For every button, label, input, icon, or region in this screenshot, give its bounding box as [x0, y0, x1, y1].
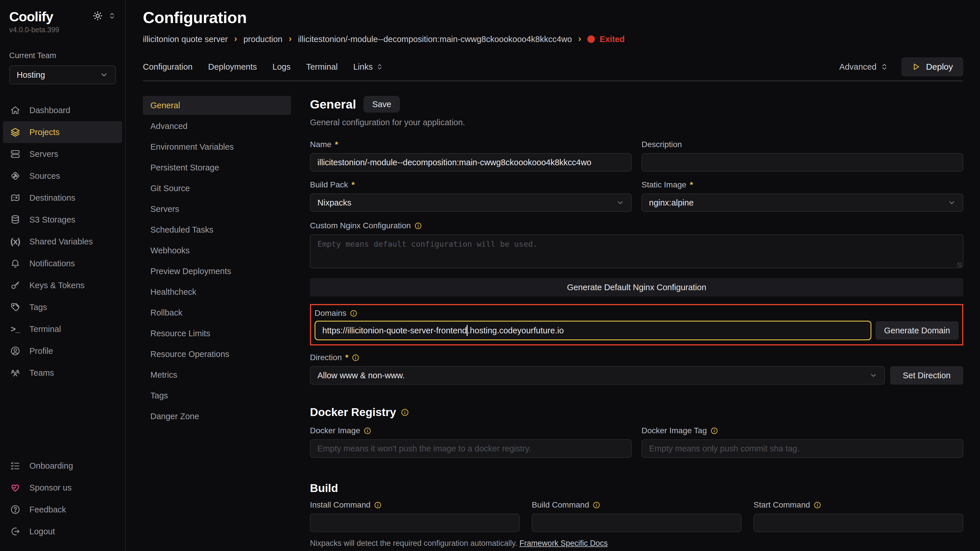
docker-image-tag-label: Docker Image Tag [641, 426, 963, 435]
description-label: Description [641, 140, 963, 149]
general-form: General Save General configuration for y… [310, 96, 963, 551]
config-nav-scheduled-tasks[interactable]: Scheduled Tasks [143, 220, 291, 239]
domains-highlight-box: Domains https://illicitonion-quote-serve… [310, 304, 963, 345]
tab-configuration[interactable]: Configuration [143, 62, 193, 72]
sidebar-item-shared-variables[interactable]: (x) Shared Variables [3, 230, 122, 252]
sidebar: Coolify v4.0.0-beta.399 Current Team Hos… [0, 0, 126, 551]
breadcrumb: illicitonion quote server › production ›… [143, 34, 963, 44]
breadcrumb-environment[interactable]: production [243, 35, 282, 44]
save-button[interactable]: Save [364, 96, 400, 113]
config-nav-advanced[interactable]: Advanced [143, 117, 291, 136]
git-source-icon [10, 170, 21, 181]
name-input[interactable] [310, 153, 632, 171]
nixpacks-help-text: Nixpacks will detect the required config… [310, 539, 963, 548]
install-command-label: Install Command [310, 500, 520, 510]
logout-icon [10, 526, 21, 537]
static-image-label: Static Image* [641, 180, 963, 189]
team-select[interactable]: Hosting [9, 65, 116, 84]
direction-label: Direction* [310, 353, 963, 362]
breadcrumb-project[interactable]: illicitonion quote server [143, 35, 228, 44]
sidebar-item-onboarding[interactable]: Onboarding [3, 455, 122, 477]
sidebar-item-sponsor-us[interactable]: Sponsor us [3, 477, 122, 499]
config-nav-resource-operations[interactable]: Resource Operations [143, 345, 291, 364]
sidebar-item-servers[interactable]: Servers [3, 143, 122, 165]
terminal-icon: >_ [10, 324, 21, 335]
generate-default-nginx-button[interactable]: Generate Default Nginx Configuration [310, 278, 963, 297]
chevron-right-icon: › [289, 34, 291, 43]
config-nav-webhooks[interactable]: Webhooks [143, 241, 291, 260]
info-icon [374, 501, 382, 509]
map-icon [10, 192, 21, 203]
config-section-nav: General Advanced Environment Variables P… [143, 96, 291, 551]
status-text: Exited [600, 35, 625, 44]
config-nav-danger-zone[interactable]: Danger Zone [143, 407, 291, 426]
custom-nginx-textarea[interactable] [310, 234, 963, 268]
build-pack-select[interactable]: Nixpacks [310, 194, 632, 212]
tab-logs[interactable]: Logs [272, 62, 291, 72]
build-command-input[interactable] [532, 514, 741, 532]
direction-select[interactable]: Allow www & non-www. [310, 366, 885, 384]
sidebar-item-logout[interactable]: Logout [3, 521, 122, 542]
start-command-input[interactable] [754, 514, 963, 532]
description-input[interactable] [641, 153, 963, 171]
sidebar-item-sources[interactable]: Sources [3, 165, 122, 187]
set-direction-button[interactable]: Set Direction [890, 366, 963, 384]
config-nav-servers[interactable]: Servers [143, 200, 291, 219]
config-nav-tags[interactable]: Tags [143, 386, 291, 405]
custom-nginx-label: Custom Nginx Configuration [310, 221, 963, 230]
database-icon [10, 214, 21, 225]
config-nav-healthcheck[interactable]: Healthcheck [143, 283, 291, 302]
advanced-toggle[interactable]: Advanced [839, 62, 888, 72]
sidebar-item-terminal[interactable]: >_ Terminal [3, 318, 122, 340]
name-label: Name* [310, 140, 632, 149]
config-nav-environment-variables[interactable]: Environment Variables [143, 137, 291, 156]
breadcrumb-application[interactable]: illicitestonion/-module--decomposition:m… [298, 35, 572, 44]
tab-links[interactable]: Links [353, 62, 383, 72]
sidebar-item-feedback[interactable]: Feedback [3, 499, 122, 521]
variables-icon: (x) [10, 236, 21, 247]
required-asterisk: * [690, 180, 693, 189]
sidebar-item-notifications[interactable]: Notifications [3, 252, 122, 274]
config-nav-rollback[interactable]: Rollback [143, 303, 291, 322]
config-nav-git-source[interactable]: Git Source [143, 179, 291, 198]
theme-toggle-sun-icon[interactable] [93, 11, 103, 21]
tab-deployments[interactable]: Deployments [208, 62, 257, 72]
install-command-input[interactable] [310, 514, 520, 532]
sidebar-item-tags[interactable]: Tags [3, 296, 122, 318]
sidebar-item-profile[interactable]: Profile [3, 340, 122, 362]
sidebar-item-projects[interactable]: Projects [3, 121, 122, 143]
config-nav-general[interactable]: General [143, 96, 291, 115]
tab-terminal[interactable]: Terminal [306, 62, 338, 72]
build-pack-label: Build Pack* [310, 180, 632, 189]
framework-docs-link[interactable]: Framework Specific Docs [519, 539, 608, 548]
updown-chevrons-icon[interactable] [108, 12, 116, 19]
docker-image-tag-input[interactable] [641, 439, 963, 458]
config-nav-preview-deployments[interactable]: Preview Deployments [143, 262, 291, 281]
docker-image-input[interactable] [310, 439, 632, 458]
config-nav-metrics[interactable]: Metrics [143, 365, 291, 384]
heart-icon [10, 482, 21, 493]
generate-domain-button[interactable]: Generate Domain [875, 321, 959, 340]
sidebar-item-teams[interactable]: Teams [3, 362, 122, 384]
tabs-row: Configuration Deployments Logs Terminal … [143, 56, 963, 78]
sidebar-item-dashboard[interactable]: Dashboard [3, 99, 122, 121]
domains-input[interactable]: https://illicitonion-quote-server-fronte… [315, 321, 872, 340]
section-title-build: Build [310, 482, 338, 495]
static-image-select[interactable]: nginx:alpine [641, 194, 963, 212]
sidebar-item-s3-storages[interactable]: S3 Storages [3, 209, 122, 230]
info-icon [414, 222, 422, 230]
start-command-label: Start Command [754, 500, 963, 510]
sidebar-item-destinations[interactable]: Destinations [3, 187, 122, 209]
checklist-icon [10, 460, 21, 471]
resize-handle[interactable] [957, 262, 962, 267]
app-version: v4.0.0-beta.399 [9, 25, 116, 34]
config-nav-resource-limits[interactable]: Resource Limits [143, 324, 291, 343]
main-content: Configuration illicitonion quote server … [126, 0, 980, 551]
user-icon [10, 345, 21, 356]
updown-chevrons-icon [881, 63, 888, 70]
chevron-down-icon [616, 198, 624, 207]
deploy-button[interactable]: Deploy [901, 57, 963, 76]
config-nav-persistent-storage[interactable]: Persistent Storage [143, 158, 291, 177]
sidebar-item-keys-tokens[interactable]: Keys & Tokens [3, 274, 122, 296]
help-circle-icon [10, 504, 21, 515]
